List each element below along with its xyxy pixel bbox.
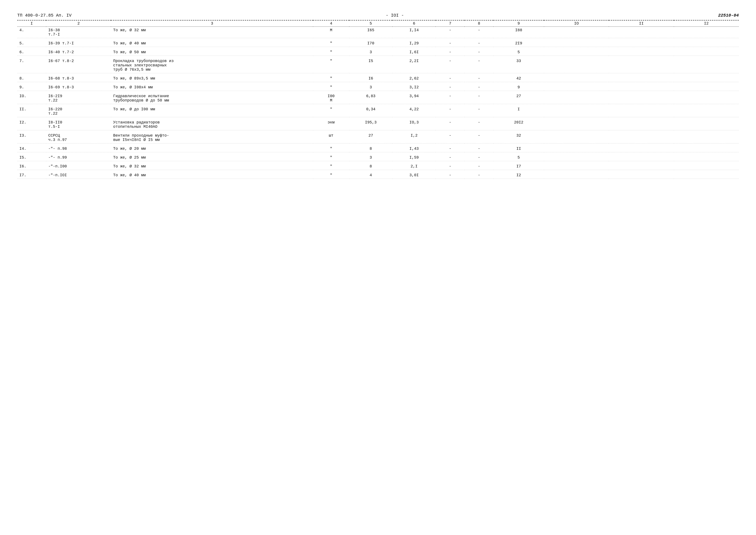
table-row: I3.ССРСЦч.3 п.97Вентили проходные муфто-… [17,132,739,144]
spacer-row [17,38,739,40]
table-row: 4.I6-38т.7-IТо же, Ø 32 ммМI65I,I4--I88 [17,27,739,38]
col-header-3: 3 [111,20,313,27]
doc-number: 22510-04 [718,13,739,18]
col-header-4: 4 [313,20,349,27]
project-code: ТП 400-0-27.85 Ап. IV [17,13,71,18]
col-header-5: 5 [349,20,393,27]
spacer-row [17,152,739,154]
table-row: I7.-"-п.IOIТо же, Ø 40 мм"43,0I--I2 [17,172,739,179]
table-row: 7.I6-67 т.8-2Прокладка трубопроводов изс… [17,58,739,73]
spacer-row [17,130,739,132]
spacer-row [17,104,739,106]
table-row: II.I6-220т.22То же, Ø до I00 мм"0,344,22… [17,106,739,117]
col-header-12: I2 [674,20,739,27]
spacer-row [17,144,739,145]
header-right: 22510-04 [718,13,739,18]
col-header-11: II [609,20,674,27]
col-header-9: 9 [493,20,544,27]
col-header-6: 6 [392,20,435,27]
spacer-row [17,56,739,58]
col-header-10: IO [544,20,609,27]
header-center: - IOI - [80,13,710,18]
page-number: - IOI - [386,13,404,18]
table-row: IO.I6-2I9т.22Гидравлическое испытаниетру… [17,93,739,104]
spacer-row [17,117,739,119]
spacer-row [17,161,739,163]
spacer-row [17,179,739,181]
table-row: 8.I6-68 т.8-3То же, Ø 89х3,5 мм"I62,62--… [17,75,739,82]
table-row: I2.I8-II0т.5-IУстановка радиаторовотопит… [17,119,739,130]
col-header-7: 7 [435,20,464,27]
col-header-8: 8 [464,20,493,27]
header-left: ТП 400-0-27.85 Ап. IV [17,13,71,18]
table-row: 5.I6-39 т.7-IТо же, Ø 40 мм"I70I,29--2I9 [17,40,739,47]
col-header-1: I [17,20,46,27]
table-row: I6.-"-п.I00То же, Ø 32 мм"82,I--I7 [17,163,739,170]
table-row: I4.-"- п.98То же, Ø 20 мм"8I,43--II [17,145,739,152]
spacer-row [17,82,739,84]
spacer-row [17,170,739,172]
table-row: I5.-"- п.99То же, Ø 25 мм"3I,59--5 [17,154,739,161]
spacer-row [17,91,739,93]
spacer-row [17,73,739,75]
table-row: 9.I6-69 т.8-3То же, Ø I08х4 мм"33,I2--9 [17,84,739,91]
main-table-container: I 2 3 4 5 6 7 8 9 IO II I2 4.I6-38т.7-IТ… [17,20,739,181]
main-table: I 2 3 4 5 6 7 8 9 IO II I2 4.I6-38т.7-IТ… [17,20,739,181]
spacer-row [17,47,739,49]
col-header-2: 2 [46,20,111,27]
page-header: ТП 400-0-27.85 Ап. IV - IOI - 22510-04 [17,13,739,18]
table-row: 6.I6-40 т.7-2То же, Ø 50 мм"3I,6I--5 [17,49,739,56]
